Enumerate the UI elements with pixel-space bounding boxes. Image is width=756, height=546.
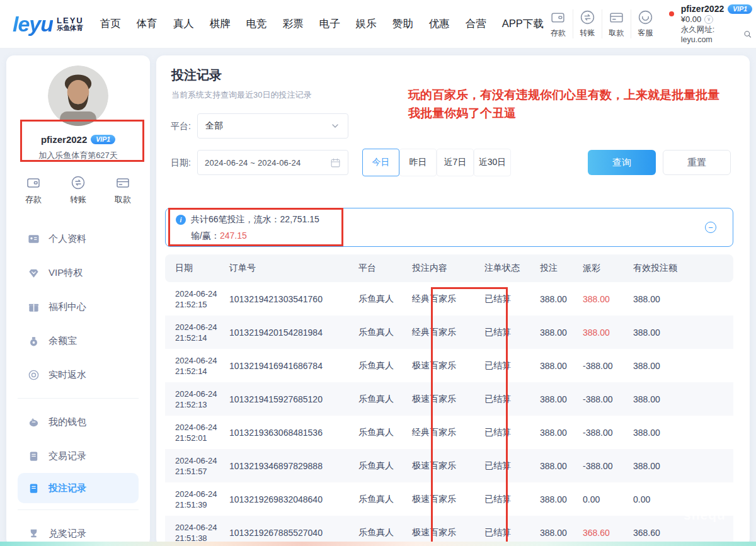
valid-cell: 0.00 [629, 482, 733, 516]
content-cell: 经典百家乐 [408, 282, 481, 316]
withdraw-button[interactable]: 取款 [602, 9, 631, 38]
order-cell: 1013219421303541760 [226, 282, 355, 316]
table-row: 2024-06-2421:51:39 1013219269832048640 乐… [165, 482, 733, 516]
nav-item-entertainment[interactable]: 娱乐 [356, 17, 377, 31]
bet-cell: 388.00 [536, 382, 579, 416]
transfer-button[interactable]: 转账 [573, 9, 602, 38]
bet-cell: 388.00 [536, 349, 579, 382]
date-range-value: 2024-06-24 ~ 2024-06-24 [205, 158, 330, 168]
nav-item-app-download[interactable]: APP下载 [502, 17, 544, 31]
range-yesterday-button[interactable]: 昨日 [399, 149, 437, 176]
header-platform: 平台 [355, 254, 408, 282]
sidebar-item-bet-records[interactable]: 投注记录 [18, 473, 139, 503]
sidebar-withdraw-button[interactable]: 取款 [115, 175, 131, 205]
sidebar-item-profile[interactable]: 个人资料 [6, 222, 150, 256]
date-cell: 2024-06-2421:51:38 [175, 522, 226, 543]
sidebar-item-vip[interactable]: VIP特权 [6, 256, 150, 290]
main-content: 投注记录 当前系统支持查询最近30日的投注记录 平台: 全部 日期: 2024-… [156, 55, 750, 546]
status-cell: 已结算 [481, 449, 536, 482]
platform-cell: 乐鱼真人 [355, 349, 408, 382]
date-cell: 2024-06-2421:52:15 [175, 288, 226, 310]
platform-cell: 乐鱼真人 [355, 449, 408, 482]
loss-win-label: 输/赢： [191, 230, 220, 241]
bet-cell: 388.00 [536, 282, 579, 316]
nav-item-promo[interactable]: 优惠 [429, 17, 450, 31]
piggy-bank-icon [28, 416, 40, 428]
transfer-icon [580, 9, 595, 25]
balance-value: ¥0.00 [681, 14, 702, 24]
sidebar-deposit-button[interactable]: 存款 [25, 175, 42, 205]
date-filter-label: 日期: [171, 157, 191, 169]
transfer-label: 转账 [580, 28, 595, 38]
sidebar-item-transactions[interactable]: 交易记录 [6, 439, 150, 473]
sidebar-item-rebate[interactable]: 实时返水 [6, 358, 150, 392]
date-range-input[interactable]: 2024-06-24 ~ 2024-06-24 [197, 150, 348, 175]
platform-cell: 乐鱼真人 [355, 282, 408, 316]
profile-avatar[interactable] [48, 65, 108, 126]
valid-cell: 388.00 [629, 316, 733, 349]
user-info: pfizer2022 VIP1 ¥0.00 ∨ 永久网址: leyu.com [681, 4, 752, 44]
range-7days-button[interactable]: 近7日 [437, 149, 474, 176]
status-cell: 已结算 [481, 349, 536, 382]
content-cell: 经典百家乐 [408, 316, 481, 349]
bet-cell: 388.00 [536, 416, 579, 449]
transfer-icon [71, 175, 86, 190]
nav-item-sponsor[interactable]: 赞助 [392, 17, 413, 31]
sidebar-menu: 个人资料 VIP特权 福利中心 余额宝 实时返水 我的钱包 [6, 222, 150, 546]
page-subtitle: 当前系统支持查询最近30日的投注记录 [171, 89, 311, 101]
bet-cell: 388.00 [536, 449, 579, 482]
nav-item-chess[interactable]: 棋牌 [210, 17, 231, 31]
nav-item-affiliate[interactable]: 合营 [466, 17, 486, 31]
bet-cell: 388.00 [536, 316, 579, 349]
nav-item-esports[interactable]: 电竞 [246, 17, 267, 31]
sidebar-wallet-actions: 存款 转账 取款 [6, 175, 150, 205]
id-card-icon [28, 233, 40, 245]
collapse-minus-icon[interactable]: − [705, 222, 716, 233]
status-cell: 已结算 [481, 482, 536, 516]
customer-service-label: 客服 [638, 28, 653, 38]
date-cell: 2024-06-2421:51:57 [175, 455, 226, 477]
date-cell: 2024-06-2421:52:01 [175, 422, 226, 443]
search-icon[interactable] [743, 30, 752, 39]
date-cell: 2024-06-2421:52:13 [175, 389, 226, 410]
logo-subtext: LEYU 乐鱼体育 [57, 16, 84, 32]
leyu-logo[interactable]: leyu LEYU 乐鱼体育 [13, 12, 84, 37]
nav-item-live[interactable]: 真人 [173, 17, 194, 31]
deposit-button[interactable]: 存款 [544, 9, 573, 38]
range-today-button[interactable]: 今日 [362, 149, 399, 176]
valid-cell: 388.00 [629, 449, 733, 482]
nav-item-slots[interactable]: 电子 [319, 17, 340, 31]
platform-select[interactable]: 全部 [197, 113, 348, 139]
bet-record-icon [28, 482, 40, 494]
query-button[interactable]: 查询 [588, 150, 656, 175]
sidebar-item-yuebao[interactable]: 余额宝 [6, 324, 150, 358]
username: pfizer2022 [681, 4, 724, 14]
sidebar-item-welfare[interactable]: 福利中心 [6, 290, 150, 324]
nav-item-sports[interactable]: 体育 [137, 17, 158, 31]
content-cell: 极速百家乐 [408, 449, 481, 482]
nav-item-lottery[interactable]: 彩票 [283, 17, 304, 31]
balance-refresh-icon[interactable]: ∨ [704, 15, 713, 24]
order-cell: 1013219269832048640 [226, 482, 355, 516]
order-cell: 1013219415927685120 [226, 382, 355, 416]
money-bag-icon [28, 335, 40, 347]
header-bet: 投注 [536, 254, 579, 282]
sidebar-item-wallet[interactable]: 我的钱包 [6, 405, 150, 439]
summary-total: 共计66笔投注，流水：22,751.15 [191, 214, 319, 225]
logo-text: leyu [13, 12, 53, 37]
reset-button[interactable]: 重置 [663, 150, 731, 175]
ledger-icon [28, 450, 40, 462]
vip-gem-icon [28, 267, 40, 279]
payout-cell: -388.00 [579, 349, 629, 382]
gift-icon [28, 301, 40, 313]
table-row: 2024-06-2421:52:14 1013219416941686784 乐… [165, 349, 733, 382]
permanent-url: 永久网址: leyu.com [681, 25, 743, 44]
nav-item-home[interactable]: 首页 [100, 17, 121, 31]
header-content: 投注内容 [408, 254, 481, 282]
range-30days-button[interactable]: 近30日 [474, 149, 511, 176]
rebate-icon [28, 369, 40, 381]
sidebar-transfer-button[interactable]: 转账 [70, 175, 86, 205]
payout-cell: -388.00 [579, 416, 629, 449]
info-icon: i [176, 215, 186, 225]
customer-service-button[interactable]: 客服 [631, 9, 660, 38]
